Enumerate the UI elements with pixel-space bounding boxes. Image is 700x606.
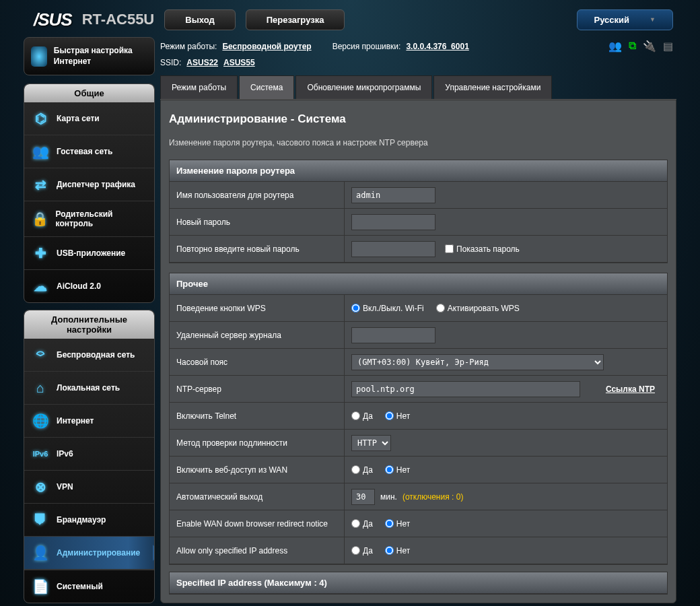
ipv6-icon: IPv6 [31,446,50,462]
log-icon: 📄 [31,578,50,595]
wps-activate-radio[interactable] [436,304,445,312]
puzzle-icon: ✚ [31,245,50,261]
tab-operation-mode[interactable]: Режим работы [160,75,238,99]
show-password-checkbox[interactable] [445,244,454,253]
ssid1-link[interactable]: ASUS22 [186,58,218,67]
confirm-password-label: Повторно введите новый пароль [170,236,345,262]
nav-system-log[interactable]: 📄 Системный [24,570,154,603]
wps-behavior-label: Поведение кнопки WPS [170,295,345,321]
allow-ip-no-radio[interactable] [385,546,394,555]
nav-parental-control[interactable]: 🔒 Родительский контроль [24,201,154,237]
wan-down-yes-radio[interactable] [351,519,360,528]
ntp-link[interactable]: Ссылка NTP [606,384,655,394]
guest-icon: 👥 [31,143,50,160]
vpn-icon: ⊗ [31,479,50,495]
net-icon[interactable]: ⧉ [629,40,636,53]
wifi-icon: ⌔ [31,347,50,363]
shield-icon: ⛊ [31,512,50,528]
nav-wireless[interactable]: ⌔ Беспроводная сеть [24,339,154,372]
confirm-password-input[interactable] [351,241,435,257]
page-title: Администрирование - Система [169,112,668,126]
nav-network-map[interactable]: ⌬ Карта сети [24,102,154,135]
tab-firmware-upgrade[interactable]: Обновление микропрограммы [295,75,432,99]
auto-logout-input[interactable] [351,489,375,505]
sidebar-general-header: Общие [24,84,154,102]
brand-logo: /SUS [34,9,72,30]
wan-access-label: Включить веб-доступ из WAN [170,457,345,483]
enable-telnet-label: Включить Telnet [170,403,345,429]
timezone-select[interactable]: (GMT+03:00) Кувейт, Эр-Рияд [351,354,604,370]
nav-vpn[interactable]: ⊗ VPN [24,471,154,504]
telnet-yes-radio[interactable] [351,411,360,420]
firmware-link[interactable]: 3.0.0.4.376_6001 [406,42,468,51]
auto-logout-unit: мин. [380,492,397,502]
language-button[interactable]: Русский [577,9,673,30]
telnet-no-radio[interactable] [385,411,394,420]
clients-icon[interactable]: 👥 [608,40,622,53]
new-password-input[interactable] [351,214,435,230]
wand-icon [31,46,47,67]
ssid2-link[interactable]: ASUS55 [223,58,255,67]
wan-access-yes-radio[interactable] [351,465,360,474]
tab-settings-management[interactable]: Управление настройками [433,75,552,99]
login-name-label: Имя пользователя для роутера [170,182,345,208]
lock-icon: 🔒 [31,211,49,227]
logout-button[interactable]: Выход [164,9,235,30]
wan-down-no-radio[interactable] [385,519,394,528]
usb-icon[interactable]: 🔌 [643,40,656,53]
wps-toggle-wifi-radio[interactable] [351,304,360,312]
auth-method-label: Метод проверки подлинности [170,430,345,456]
ssid-label: SSID: [160,58,181,67]
remote-log-label: Удаленный сервер журнала [170,322,345,348]
new-password-label: Новый пароль [170,209,345,235]
sidebar-advanced-header: Дополнительные настройки [24,310,154,339]
model-name: RT-AC55U [82,11,155,28]
show-password-label: Показать пароль [456,244,520,254]
wan-down-redirect-label: Enable WAN down browser redirect notice [170,510,345,537]
mode-link[interactable]: Беспроводной роутер [222,42,311,51]
cloud-icon: ☁ [31,278,50,294]
nav-wan[interactable]: 🌐 Интернет [24,405,154,438]
section-password-header: Изменение пароля роутера [170,160,667,182]
nav-guest-network[interactable]: 👥 Гостевая сеть [24,135,154,168]
traffic-icon: ⇄ [31,176,50,193]
section-misc-header: Прочее [170,273,667,295]
mode-label: Режим работы: [160,42,217,51]
allow-ip-yes-radio[interactable] [351,546,360,555]
admin-icon: 👤 [31,545,50,561]
reboot-button[interactable]: Перезагрузка [246,9,345,30]
network-map-icon: ⌬ [31,110,50,127]
login-name-input[interactable] [351,187,435,203]
section-specified-ip-header: Specified IP address (Максимум : 4) [170,572,667,594]
nav-ipv6[interactable]: IPv6 IPv6 [24,438,154,471]
tab-system[interactable]: Система [239,75,294,99]
nav-traffic-manager[interactable]: ⇄ Диспетчер трафика [24,168,154,201]
auth-method-select[interactable]: HTTP [351,435,391,451]
nav-lan[interactable]: ⌂ Локальная сеть [24,372,154,405]
nav-firewall[interactable]: ⛊ Брандмауэр [24,504,154,537]
wan-access-no-radio[interactable] [385,465,394,474]
allow-specified-ip-label: Allow only specified IP address [170,537,345,564]
ntp-server-input[interactable] [351,381,580,397]
quick-internet-setup[interactable]: Быстрая настройка Интернет [24,37,155,75]
timezone-label: Часовой пояс [170,349,345,375]
ntp-server-label: NTP-сервер [170,376,345,402]
nav-aicloud[interactable]: ☁ AiCloud 2.0 [24,270,154,302]
globe-icon: 🌐 [31,413,50,429]
auto-logout-note: (отключения : 0) [403,492,463,502]
page-description: Изменение пароля роутера, часового пояса… [169,138,668,147]
nav-usb-app[interactable]: ✚ USB-приложение [24,237,154,270]
nav-administration[interactable]: 👤 Администри­рование [24,537,154,570]
home-icon: ⌂ [31,380,50,396]
remote-log-input[interactable] [351,327,435,343]
firmware-label: Версия прошивки: [332,42,401,51]
auto-logout-label: Автоматический выход [170,483,345,510]
wifi-status-icon[interactable]: ▤ [663,40,673,53]
